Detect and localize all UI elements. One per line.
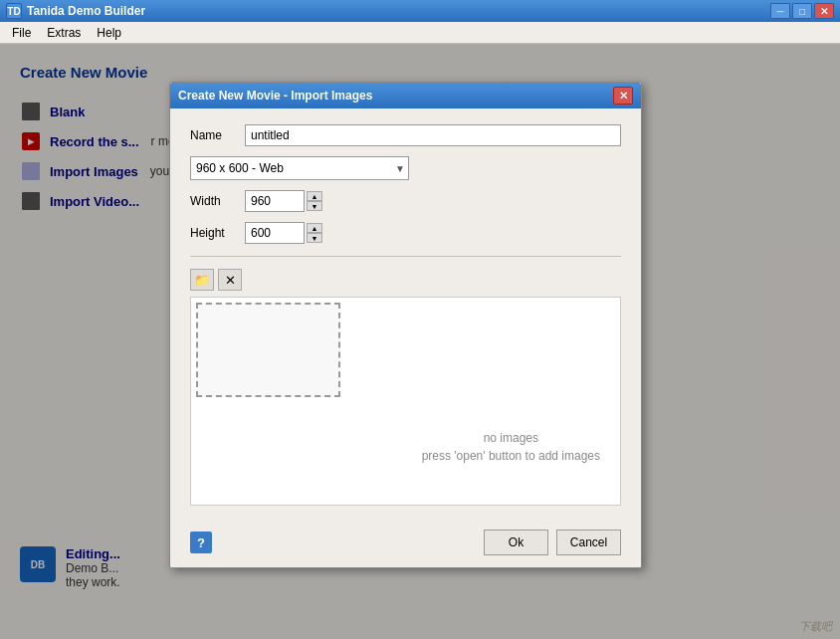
width-input[interactable] [245,190,305,212]
image-list-area: no images press 'open' button to add ima… [190,297,621,506]
ok-button[interactable]: Ok [484,530,548,555]
height-up-button[interactable]: ▲ [307,223,322,233]
app-title: Tanida Demo Builder [27,4,145,18]
dialog-footer: ? Ok Cancel [170,522,641,567]
width-spinner: ▲ ▼ [245,190,322,212]
width-down-button[interactable]: ▼ [307,201,322,211]
preset-row: 960 x 600 - Web 1024 x 768 - XGA 1280 x … [190,156,621,180]
menu-extras[interactable]: Extras [39,24,89,42]
dialog-title: Create New Movie - Import Images [178,89,372,103]
close-button[interactable]: ✕ [814,3,834,19]
help-button[interactable]: ? [190,532,212,553]
name-label: Name [190,128,245,142]
height-input[interactable] [245,222,305,244]
cancel-button[interactable]: Cancel [556,530,621,555]
divider-1 [190,256,621,257]
image-toolbar: 📁 ✕ [190,269,621,291]
dialog-close-button[interactable]: ✕ [613,87,633,105]
dialog-body: Name 960 x 600 - Web 1024 x 768 - XGA 12… [170,108,641,522]
dialog-title-bar: Create New Movie - Import Images ✕ [170,83,641,108]
preset-dropdown-wrapper: 960 x 600 - Web 1024 x 768 - XGA 1280 x … [190,156,409,180]
width-up-button[interactable]: ▲ [307,191,322,201]
open-folder-button[interactable]: 📁 [190,269,214,291]
preset-dropdown[interactable]: 960 x 600 - Web 1024 x 768 - XGA 1280 x … [190,156,409,180]
menu-help[interactable]: Help [89,24,129,42]
delete-icon: ✕ [225,273,236,288]
width-spinner-buttons: ▲ ▼ [307,191,322,211]
height-spinner-buttons: ▲ ▼ [307,223,322,243]
width-row: Width ▲ ▼ [190,190,621,212]
image-placeholder [196,303,340,397]
app-icon: TD [6,3,22,19]
folder-icon: 📁 [194,273,210,288]
name-row: Name [190,124,621,146]
footer-actions: Ok Cancel [484,530,621,555]
minimize-button[interactable]: ─ [770,3,790,19]
no-images-line1: no images [422,429,600,447]
window-controls: ─ □ ✕ [770,3,834,19]
height-spinner: ▲ ▼ [245,222,322,244]
height-row: Height ▲ ▼ [190,222,621,244]
height-label: Height [190,226,245,240]
main-content: Create New Movie Blank ▶ Record the s...… [0,44,840,639]
menu-file[interactable]: File [4,24,39,42]
maximize-button[interactable]: □ [792,3,812,19]
name-input[interactable] [245,124,621,146]
height-down-button[interactable]: ▼ [307,233,322,243]
create-movie-dialog: Create New Movie - Import Images ✕ Name … [169,82,642,568]
no-images-line2: press 'open' button to add images [422,447,600,465]
title-bar: TD Tanida Demo Builder ─ □ ✕ [0,0,840,22]
menu-bar: File Extras Help [0,22,840,44]
no-images-message: no images press 'open' button to add ima… [422,429,600,465]
delete-image-button[interactable]: ✕ [218,269,242,291]
width-label: Width [190,194,245,208]
